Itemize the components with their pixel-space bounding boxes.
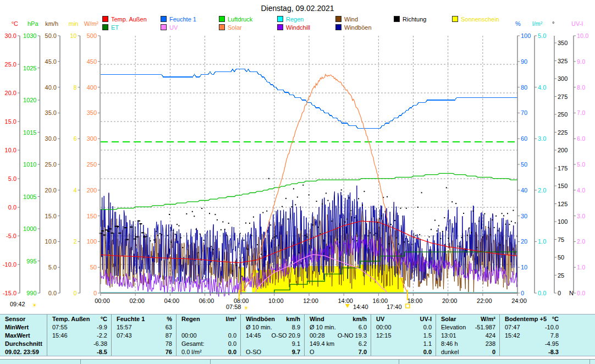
direction-dot bbox=[105, 229, 108, 230]
axis-tick-label: 25 bbox=[558, 272, 564, 279]
direction-dot bbox=[293, 188, 294, 189]
stats-value: dunkel bbox=[441, 349, 459, 355]
stats-value: Elevation bbox=[441, 324, 466, 330]
x-axis-label: 04:00 bbox=[164, 297, 180, 304]
direction-dot bbox=[367, 235, 368, 236]
direction-dot bbox=[451, 201, 453, 202]
stats-value: -51.987 bbox=[475, 324, 495, 330]
axis-tick-label: 5.0 bbox=[48, 264, 57, 271]
direction-dot bbox=[266, 211, 267, 212]
direction-dot bbox=[161, 234, 162, 235]
et-swatch-icon bbox=[102, 24, 108, 30]
axis-tick-label: 100 bbox=[521, 32, 531, 39]
stats-value: 0.0 bbox=[228, 332, 236, 339]
stats-cell: O7.0 bbox=[305, 348, 371, 356]
stats-value: -6.38 bbox=[93, 340, 107, 347]
direction-dot bbox=[180, 237, 181, 238]
stats-cell: 76 bbox=[112, 348, 176, 356]
axis-tick-label: 1025 bbox=[23, 65, 36, 71]
direction-dot bbox=[316, 201, 317, 202]
stats-column-uv: UVUV-I00:000.012:151.51.10.0 bbox=[371, 315, 436, 356]
axis-tick-label: 325 bbox=[558, 58, 568, 64]
axis-tick-label: 50 bbox=[558, 254, 564, 261]
direction-dot bbox=[146, 236, 147, 237]
direction-dot bbox=[492, 219, 493, 220]
direction-dot bbox=[274, 236, 275, 238]
direction-dot bbox=[224, 229, 225, 230]
next-table-strip bbox=[0, 359, 595, 364]
stats-column-feuchte-1: Feuchte 1%15:576307:43877876 bbox=[111, 315, 176, 356]
stats-cell bbox=[177, 323, 240, 331]
direction-dot bbox=[262, 212, 263, 213]
axis-tick-label: 250 bbox=[558, 111, 568, 118]
direction-dot bbox=[499, 244, 500, 245]
axis-tick-label: 1.0 bbox=[538, 238, 546, 245]
direction-dot bbox=[482, 236, 483, 238]
direction-dot bbox=[503, 215, 504, 216]
stats-value: Wind bbox=[310, 316, 324, 322]
direction-dot bbox=[232, 271, 233, 272]
axis-tick-label: 90 bbox=[521, 58, 527, 65]
direction-dot bbox=[356, 240, 357, 241]
direction-dot bbox=[245, 223, 246, 224]
axis-unit-temp: °C bbox=[12, 20, 18, 27]
legend-item-wind: Wind bbox=[335, 15, 394, 23]
direction-dot bbox=[442, 231, 443, 232]
stats-value: 07:55 bbox=[52, 324, 68, 330]
sunset-time-label: 17:40 bbox=[387, 304, 402, 310]
direction-dot bbox=[261, 253, 262, 255]
stats-value: 8.9 bbox=[292, 324, 300, 330]
stats-value: 0.0 bbox=[423, 349, 432, 355]
axis-tick-label: 0.0 bbox=[48, 290, 57, 296]
stats-value: Durchschnitt bbox=[5, 340, 42, 347]
legend-item-solar: Solar bbox=[219, 23, 277, 31]
stats-column-labels: SensorMinWertMaxWertDurchschnitt09.02. 2… bbox=[0, 315, 47, 356]
stats-cell: Gesamt:0.0 bbox=[177, 339, 240, 348]
stats-cell: 13:01424 bbox=[436, 331, 499, 339]
direction-dot bbox=[515, 222, 516, 223]
axis-tick-label: 50 bbox=[90, 264, 97, 271]
direction-dot bbox=[331, 220, 332, 222]
sunset-square-icon bbox=[406, 304, 410, 308]
direction-dot bbox=[448, 238, 449, 239]
stats-value: 15:42 bbox=[505, 332, 520, 339]
axis-tick-label: 1020 bbox=[23, 97, 36, 103]
direction-dot bbox=[379, 218, 380, 219]
direction-dot bbox=[394, 220, 395, 221]
stats-value: 6.0 bbox=[359, 324, 367, 330]
stats-value: UV-I bbox=[420, 316, 432, 322]
stats-value: Ø 10 min. bbox=[310, 324, 336, 330]
direction-dot bbox=[352, 239, 354, 240]
axis-tick-label: 150 bbox=[558, 183, 568, 189]
stats-column-solar: SolarW/m²Elevation-51.98713:014248:46 h2… bbox=[436, 315, 499, 356]
axis-tick-label: 300 bbox=[558, 75, 568, 82]
legend-item-et: ET bbox=[102, 23, 161, 31]
legend-label: Solar bbox=[228, 24, 242, 31]
stats-header: SolarW/m² bbox=[436, 315, 499, 323]
stats-row-label: Sensor bbox=[0, 315, 47, 323]
axis-tick-label: 200 bbox=[87, 187, 97, 194]
axis-tick-label: 0 bbox=[73, 290, 76, 296]
legend-label: Luftdruck bbox=[228, 16, 252, 23]
direction-dot bbox=[217, 219, 218, 220]
stats-cell: 8:46 h238 bbox=[436, 339, 499, 348]
direction-dot bbox=[507, 213, 508, 214]
direction-dot bbox=[446, 187, 447, 188]
windchill-swatch-icon bbox=[277, 24, 283, 30]
x-axis-label: 22:00 bbox=[477, 297, 492, 304]
axis-tick-label: 60 bbox=[521, 135, 527, 142]
regen-swatch-icon bbox=[277, 16, 283, 22]
stats-header: Regenl/m² bbox=[177, 315, 240, 323]
stats-column-regen: Regenl/m²00:000.0Gesamt:0.00.0 l/m²0.0 bbox=[176, 315, 240, 356]
x-axis-label: 16:00 bbox=[373, 297, 388, 304]
axis-tick-label: 400 bbox=[87, 84, 97, 91]
axis-tick-label: 30 bbox=[521, 213, 527, 219]
direction-dot bbox=[194, 216, 195, 217]
direction-dot bbox=[387, 196, 388, 197]
direction-dot bbox=[398, 244, 399, 245]
weather-app-window: °C30.025.020.015.010.05.00.0-5.0-10.0-15… bbox=[0, 0, 595, 364]
axis-tick-label: 5.0 bbox=[8, 175, 16, 182]
direction-dot bbox=[265, 251, 266, 252]
direction-dot bbox=[472, 211, 473, 212]
axis-unit-kmh: km/h bbox=[45, 20, 58, 27]
